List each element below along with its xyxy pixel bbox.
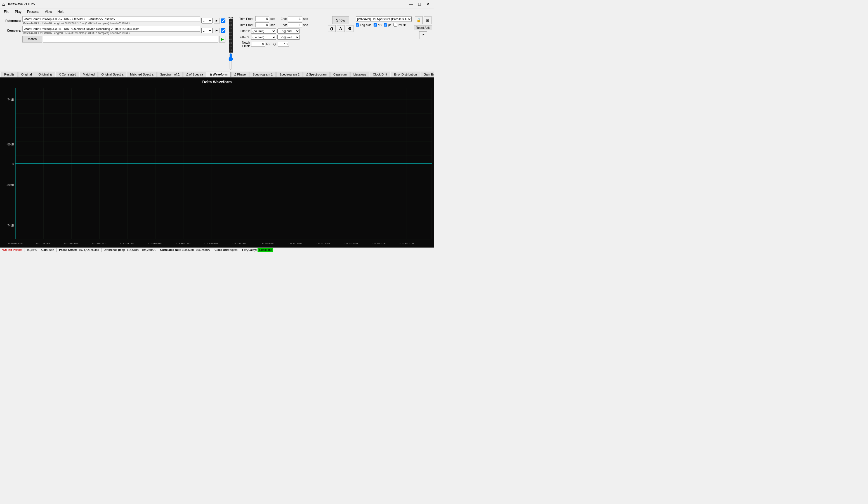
tab-delta-of-spectra[interactable]: Δ of Spectra xyxy=(183,72,206,77)
gain-label: Gain: xyxy=(41,248,49,251)
tab-original[interactable]: Original xyxy=(18,72,35,77)
filter-1-limit-select[interactable]: (no limit) xyxy=(251,29,276,33)
volume-slider[interactable] xyxy=(228,53,233,70)
compare-path-input[interactable] xyxy=(22,26,200,32)
tab-original-delta[interactable]: Original Δ xyxy=(35,72,55,77)
app-icon: Δ xyxy=(2,2,5,7)
correlated-null-value: 309,33dB xyxy=(182,248,194,251)
trim-front-1-input[interactable] xyxy=(255,16,269,21)
half-circle-icon: ◑ xyxy=(330,26,333,31)
brightness-button[interactable]: ◑ xyxy=(328,25,335,32)
filter-2-type-select[interactable]: LP @end xyxy=(277,35,300,40)
tab-delta-waveform[interactable]: Δ Waveform xyxy=(207,72,231,77)
trim-end-1-label: End: xyxy=(279,17,287,20)
tab-spectrum-of-delta[interactable]: Spectrum of Δ xyxy=(157,72,183,77)
inv-phi-checkbox[interactable] xyxy=(393,23,397,27)
chart-title: Delta Waveform xyxy=(0,78,434,85)
volume-slider-container xyxy=(228,53,233,71)
reset-axis-button[interactable]: Reset Axis xyxy=(414,25,432,30)
notch-filter-label: Notch Filter: xyxy=(236,41,250,48)
svg-text:0: 0 xyxy=(12,163,14,166)
auto-button[interactable]: A xyxy=(337,25,344,32)
svg-text:0:04:535.1473: 0:04:535.1473 xyxy=(120,242,135,245)
db-label-text: dB xyxy=(378,23,381,27)
difference-value-2: -193,25dBA xyxy=(141,248,155,251)
filter-1-type-select[interactable]: LP @end xyxy=(277,29,300,33)
tab-spectrogram1[interactable]: Spectrogram 1 xyxy=(249,72,276,77)
reference-channel-select[interactable]: LR xyxy=(202,18,213,23)
phase-offset-status: Phase Offset: -1024,421769ms xyxy=(59,248,99,251)
compare-meta: Rate=44100Hz Bits=16 Length=31764,897959… xyxy=(22,32,200,35)
correlated-null-status: Correlated Null: 309,33dB 306,28dBA xyxy=(160,248,210,251)
tab-clock-drift[interactable]: Clock Drift xyxy=(370,72,390,77)
compare-checkbox[interactable] xyxy=(221,28,225,33)
menu-help[interactable]: Help xyxy=(55,9,68,14)
reference-label: Reference: xyxy=(2,19,21,22)
output-device-select[interactable]: [WASAPI] Haut-parleurs (Parallels Audio … xyxy=(356,16,412,22)
reference-play-button[interactable]: ▶ xyxy=(214,18,220,23)
reference-checkbox[interactable] xyxy=(221,19,225,23)
menu-play[interactable]: Play xyxy=(12,9,24,14)
mu-checkbox[interactable] xyxy=(384,23,387,27)
status-divider-7 xyxy=(240,248,240,252)
compare-channel-select[interactable]: LR xyxy=(202,28,213,33)
svg-text:0:05:668.9342: 0:05:668.9342 xyxy=(148,242,163,245)
trim-end-2-unit: sec xyxy=(303,23,310,27)
refresh-button[interactable]: ↺ xyxy=(419,31,427,39)
inv-phi-checkbox-label[interactable]: Inv. Φ xyxy=(393,23,406,27)
tab-gain-error[interactable]: Gain Error xyxy=(421,72,434,77)
minimize-button[interactable]: — xyxy=(407,1,415,7)
tab-error-distribution[interactable]: Error Distribution xyxy=(391,72,420,77)
tab-matched[interactable]: Matched xyxy=(80,72,97,77)
match-button[interactable]: Match xyxy=(22,36,42,42)
close-button[interactable]: ✕ xyxy=(424,1,432,7)
volume-meter: +dB 90 80 70 60 50 40 30 20 10 xyxy=(228,16,234,71)
tab-cepstrum[interactable]: Cepstrum xyxy=(330,72,350,77)
notch-q-input[interactable] xyxy=(278,42,289,47)
tab-delta-spectrogram[interactable]: Δ Spectrogram xyxy=(303,72,330,77)
log-axis-checkbox-label[interactable]: Log axis xyxy=(356,23,371,27)
compare-label: Compare: xyxy=(2,29,21,32)
match-play-button[interactable]: ▶ xyxy=(219,36,225,42)
trim-end-1-input[interactable] xyxy=(288,16,302,21)
tab-delta-phase[interactable]: Δ Phase xyxy=(231,72,249,77)
trim-filter-area: Trim Front: sec End: sec Trim Front: sec… xyxy=(236,16,326,71)
transform-button[interactable]: ⊞ xyxy=(424,16,432,24)
svg-text:0:06:802.7210: 0:06:802.7210 xyxy=(176,242,190,245)
lock-reset-icons-row: 🔒 ⊞ xyxy=(415,16,432,24)
lock-button[interactable]: 🔒 xyxy=(415,16,423,24)
gear-icon: ⚙ xyxy=(348,26,352,31)
filter-1-label: Filter 1: xyxy=(236,29,250,33)
clock-drift-label: Clock Drift: xyxy=(215,248,230,251)
tab-original-spectra[interactable]: Original Spectra xyxy=(98,72,126,77)
settings-button[interactable]: ⚙ xyxy=(345,25,353,32)
maximize-button[interactable]: □ xyxy=(415,1,423,7)
svg-text:-74dB: -74dB xyxy=(7,98,14,101)
trim-front-2-input[interactable] xyxy=(255,22,269,28)
db-checkbox-label[interactable]: dB xyxy=(374,23,381,27)
trim-end-2-input[interactable] xyxy=(288,22,302,28)
reference-row: Reference: Rate=44100Hz Bits=16 Length=2… xyxy=(2,16,225,25)
notch-hz-input[interactable] xyxy=(251,42,265,47)
tab-x-correlated[interactable]: X-Correlated xyxy=(56,72,79,77)
mu-label-text: μs xyxy=(388,23,391,27)
trim-front-1-row: Trim Front: sec End: sec xyxy=(236,16,326,21)
menu-file[interactable]: File xyxy=(1,9,12,14)
menu-view[interactable]: View xyxy=(42,9,55,14)
db-checkbox[interactable] xyxy=(374,23,377,27)
tab-spectrogram2[interactable]: Spectrogram 2 xyxy=(276,72,302,77)
mu-checkbox-label[interactable]: μs xyxy=(384,23,391,27)
status-divider-5 xyxy=(158,248,158,252)
tab-results[interactable]: Results xyxy=(1,72,18,77)
filter-2-limit-select[interactable]: (no limit) xyxy=(251,35,276,40)
menu-process[interactable]: Process xyxy=(24,9,42,14)
match-row: Match ▶ xyxy=(2,36,225,42)
compare-play-button[interactable]: ▶ xyxy=(214,28,220,33)
reference-path-input[interactable] xyxy=(22,16,200,22)
status-divider-4 xyxy=(101,248,102,252)
show-button[interactable]: Show xyxy=(332,16,349,24)
tab-matched-spectra[interactable]: Matched Spectra xyxy=(127,72,156,77)
tab-lissajous[interactable]: Lissajous xyxy=(350,72,369,77)
log-axis-checkbox[interactable] xyxy=(356,23,359,27)
svg-text:0:15:873.0158: 0:15:873.0158 xyxy=(400,242,414,245)
